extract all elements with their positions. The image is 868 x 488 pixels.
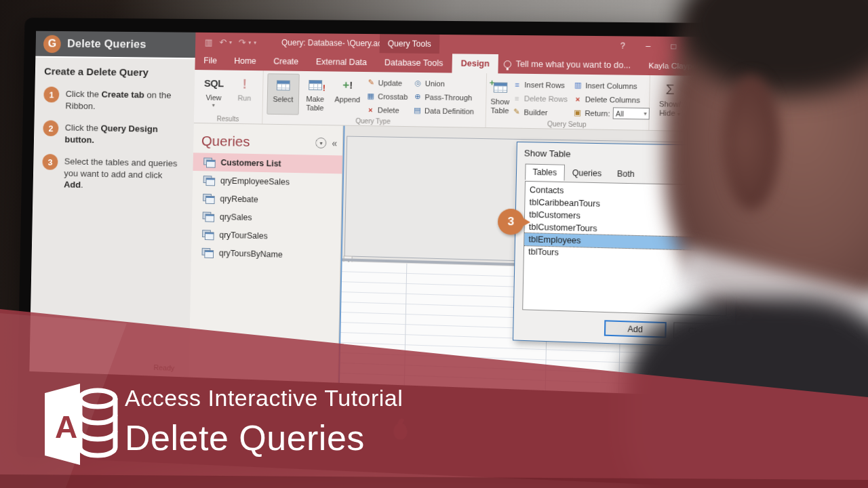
tab-queries[interactable]: Queries	[564, 165, 610, 182]
ribbon-group-results: SQL View▾ ! Run Results	[194, 70, 264, 124]
tutorial-step-1: 1 Click the Create tab on the Ribbon.	[43, 87, 185, 113]
shutter-bar-close-icon[interactable]: «	[332, 138, 337, 148]
redo-icon[interactable]: ↷	[239, 37, 246, 47]
tutorial-step-2: 2 Click the Query Design button.	[43, 120, 184, 147]
update-query-button[interactable]: ✎Update	[367, 77, 408, 89]
step-text-post: .	[81, 180, 83, 190]
ribbon-group-query-type: Select ! Make Table +! Append ✎Update	[262, 70, 487, 127]
return-icon: ▣	[573, 108, 583, 117]
minimize-button[interactable]: –	[635, 37, 661, 56]
data-definition-button[interactable]: ▤Data Definition	[413, 104, 474, 117]
tab-tables[interactable]: Tables	[525, 164, 565, 181]
tell-me-box[interactable]: Tell me what you want to do...	[504, 59, 631, 70]
query-icon	[203, 158, 214, 167]
maximize-button[interactable]: □	[660, 37, 686, 56]
step-text-pre: Click the	[66, 89, 102, 99]
step-text-pre: Click the	[65, 123, 101, 134]
show-table-icon: +	[493, 82, 507, 92]
customize-qat-icon[interactable]: ▾	[254, 39, 256, 45]
show-hide-button[interactable]: Σ Show/ Hide ▾	[654, 78, 686, 121]
query-setup-small-column-2: ▥Insert Columns ×Delete Columns ▣ Return…	[570, 77, 653, 121]
help-button[interactable]: ?	[610, 36, 635, 56]
undo-dropdown-icon[interactable]: ▾	[229, 39, 232, 45]
group-label-results: Results	[194, 115, 262, 123]
step-number-badge: 1	[43, 87, 59, 103]
tutorial-heading: Create a Delete Query	[44, 65, 186, 79]
sigma-icon: Σ	[666, 80, 675, 98]
ribbon-group-show-hide: Σ Show/ Hide ▾	[649, 75, 690, 131]
lightbulb-icon	[504, 60, 511, 68]
tab-database-tools[interactable]: Database Tools	[376, 53, 452, 73]
dialog-title: Show Table	[524, 148, 571, 159]
tab-design[interactable]: Design	[452, 54, 498, 73]
add-button[interactable]: Add	[604, 320, 667, 338]
navigation-pane-header: Queries ▾ «	[193, 123, 343, 156]
step-text-pre: Select the tables and queries you want t…	[64, 157, 177, 180]
dialog-close-icon[interactable]: ×	[713, 151, 732, 162]
tab-external-data[interactable]: External Data	[307, 52, 376, 72]
svg-text:A: A	[55, 409, 77, 445]
return-combobox[interactable]: All▾	[613, 107, 650, 119]
delete-columns-icon: ×	[573, 95, 583, 103]
view-button[interactable]: SQL View▾	[198, 73, 229, 114]
close-document-icon[interactable]: ×	[699, 132, 705, 143]
builder-button[interactable]: ✎Builder	[512, 106, 568, 118]
append-plus-icon: +	[342, 79, 349, 92]
step-text: Click the Query Design button.	[64, 121, 184, 147]
delete-columns-button[interactable]: ×Delete Columns	[573, 93, 650, 106]
show-table-button[interactable]: + Show Table	[490, 76, 510, 118]
return-label: Return:	[585, 108, 610, 117]
append-query-button[interactable]: +! Append	[331, 74, 364, 116]
run-icon: !	[242, 75, 247, 93]
tutorial-step-3: 3 Select the tables and queries you want…	[42, 154, 184, 193]
select-query-button[interactable]: Select	[267, 73, 299, 115]
delete-rows-button: ≡Delete Rows	[512, 92, 568, 104]
banner-series-title: Access Interactive Tutorial	[125, 385, 403, 411]
make-table-icon: !	[309, 79, 322, 89]
step-text-bold: Add	[64, 180, 81, 190]
banner-main-title: Delete Queries	[125, 418, 365, 458]
insert-rows-button[interactable]: ≡Insert Rows	[513, 79, 568, 91]
insert-columns-button[interactable]: ▥Insert Columns	[573, 79, 650, 92]
make-table-query-button[interactable]: ! Make Table	[299, 74, 332, 115]
tab-home[interactable]: Home	[225, 52, 265, 70]
ribbon-group-query-setup: + Show Table ≡Insert Rows ≡Delete Rows ✎…	[486, 73, 650, 130]
table-listbox: Contacts tblCaribbeanTours tblCustomers …	[522, 181, 729, 317]
tab-both[interactable]: Both	[609, 165, 642, 182]
collapse-ribbon-icon[interactable]: ^	[703, 122, 706, 129]
delete-query-button[interactable]: ×Delete	[366, 104, 408, 116]
dialog-help-icon[interactable]: ?	[694, 150, 713, 161]
query-icon	[202, 230, 213, 239]
query-type-small-column-2: ◎Union ⊕Pass-Through ▤Data Definition	[410, 75, 477, 118]
crosstab-query-button[interactable]: ▦Crosstab	[366, 90, 408, 102]
close-dialog-button[interactable]: Close	[673, 322, 725, 340]
step-number-badge: 2	[43, 120, 58, 136]
undo-icon[interactable]: ↶	[219, 37, 226, 47]
chevron-down-icon: ▾	[677, 110, 680, 117]
query-icon	[203, 176, 214, 184]
tab-create[interactable]: Create	[264, 52, 307, 71]
nav-menu-icon[interactable]: ▾	[315, 138, 326, 148]
signed-in-user[interactable]: Kayla Claypool	[648, 62, 703, 70]
chevron-down-icon: ▾	[212, 102, 215, 108]
builder-icon: ✎	[512, 107, 521, 116]
query-tools-context-tab: Query Tools	[380, 34, 440, 54]
tab-file[interactable]: File	[195, 51, 225, 70]
pass-through-query-button[interactable]: ⊕Pass-Through	[413, 91, 474, 103]
nav-item-qrytoursbyname[interactable]: qryToursByName	[191, 243, 340, 265]
delete-rows-icon: ≡	[512, 94, 521, 102]
insert-columns-icon: ▥	[573, 81, 583, 89]
crosstab-icon: ▦	[366, 92, 375, 100]
customguide-logo-icon: G	[43, 35, 61, 53]
redo-dropdown-icon[interactable]: ▾	[248, 39, 251, 45]
union-query-button[interactable]: ◎Union	[414, 77, 475, 89]
save-icon[interactable]: ▥	[205, 37, 213, 47]
close-button[interactable]: ×	[686, 37, 712, 56]
navigation-pane-title[interactable]: Queries	[201, 133, 316, 151]
step-text: Click the Create tab on the Ribbon.	[65, 87, 185, 113]
step-text: Select the tables and queries you want t…	[64, 155, 184, 193]
pass-through-icon: ⊕	[413, 92, 422, 101]
run-button[interactable]: ! Run	[229, 73, 260, 115]
sql-view-icon: SQL	[204, 75, 224, 92]
dialog-buttons: Add Close	[604, 320, 725, 340]
